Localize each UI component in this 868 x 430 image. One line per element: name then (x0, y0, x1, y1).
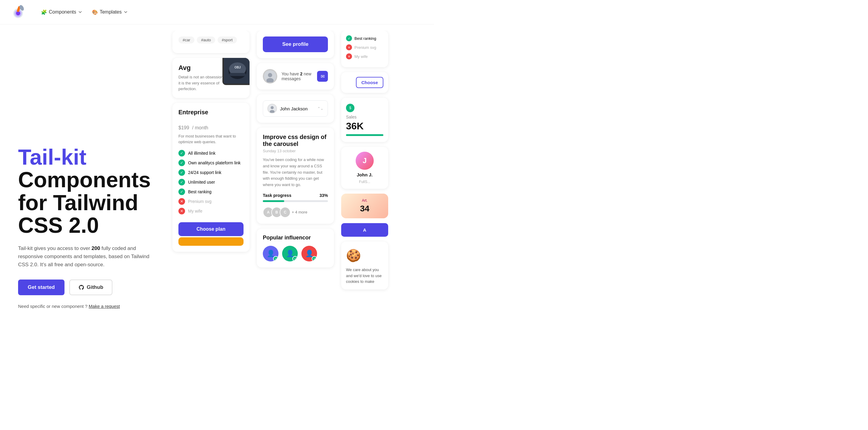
sales-card: $ Sales 36K (341, 98, 388, 142)
message-avatar (263, 69, 277, 84)
sales-value: 36K (346, 121, 383, 132)
panels-area: #car #auto #sport Avg Detail is not an o… (169, 24, 434, 430)
see-profile-button[interactable]: See profile (263, 36, 328, 52)
pricing-card: Entreprise $199 / month For most busines… (173, 103, 250, 252)
user-avatar-small (267, 104, 277, 113)
influencer-2-badge: ✓ (292, 256, 298, 261)
john-role: FullS... (359, 180, 370, 184)
task-card: Improve css design of the carousel Sunda… (257, 127, 334, 224)
github-button[interactable]: Github (69, 280, 113, 295)
svg-text:OBJ: OBJ (235, 66, 241, 69)
cross-icon-2: ✕ (179, 208, 185, 214)
popular-section-title: Popular influencor (263, 235, 328, 241)
main-layout: Tail-kit Componentsfor Tailwind CSS 2.0 … (0, 24, 434, 430)
progress-row: Task progress 33% (263, 193, 328, 198)
check-icon-3: ✓ (179, 169, 185, 176)
best-ranking-item: ✓ Best ranking (346, 35, 383, 41)
cross-icon-1: ✕ (179, 198, 185, 205)
hero-title: Tail-kit Componentsfor Tailwind CSS 2.0 (18, 146, 151, 237)
sales-bar (346, 134, 383, 136)
best-ranking-card: ✓ Best ranking ✕ Prenium svg ✕ My wife (341, 30, 388, 67)
chevron-icon: ⌃⌄ (317, 107, 323, 111)
feature-6: ✕ Prenium svg (179, 198, 244, 205)
john-card: J John J. FullS... (341, 147, 388, 189)
orange-cta-button[interactable] (179, 237, 244, 246)
tag-auto[interactable]: #auto (197, 36, 215, 44)
user-name: John Jackson (280, 106, 314, 111)
chevron-down-icon-2 (124, 10, 128, 14)
premium-svg-item: ✕ Prenium svg (346, 44, 383, 50)
hero-buttons: Get started Github (18, 280, 151, 295)
influencer-2[interactable]: 👤 ✓ (282, 246, 298, 261)
choose-partial-button[interactable]: Choose (356, 77, 383, 88)
github-icon (79, 284, 84, 290)
puzzle-icon: 🧩 (41, 9, 47, 15)
feature-1: ✓ All illimited link (179, 150, 244, 156)
choose-plan-button[interactable]: Choose plan (179, 222, 244, 236)
choose-partial-card: Choose (341, 72, 388, 93)
panel-col-pricing: #car #auto #sport Avg Detail is not an o… (169, 30, 253, 424)
check-icon-1: ✓ (179, 150, 185, 156)
hero-section: Tail-kit Componentsfor Tailwind CSS 2.0 … (0, 24, 169, 430)
user-select-card: John Jackson ⌃⌄ (257, 94, 334, 123)
influencer-1[interactable]: 👤 ✓ (263, 246, 278, 261)
feature-3: ✓ 24/24 support link (179, 169, 244, 176)
tag-car[interactable]: #car (179, 36, 194, 44)
progress-pct: 33% (319, 193, 328, 198)
sales-label: Sales (346, 115, 383, 119)
svg-point-11 (268, 73, 272, 77)
hero-title-blue: Tail-kit (18, 145, 87, 169)
panel-col-right: ✓ Best ranking ✕ Prenium svg ✕ My wife C… (338, 30, 392, 424)
user-select-row[interactable]: John Jackson ⌃⌄ (263, 101, 328, 117)
avatar-group: A B C + 4 more (263, 207, 328, 218)
tags-row: #car #auto #sport (179, 36, 244, 44)
check-icon-2: ✓ (179, 160, 185, 166)
navbar: 🧩 Components 🎨 Templates (0, 0, 434, 24)
avg-card: Avg Detail is not an obsession, it is th… (173, 58, 250, 98)
panel-col-profile: See profile You have 2 new messages ✉ (253, 30, 338, 424)
progress-bar-fill (263, 200, 284, 202)
check-icon-5: ✓ (179, 189, 185, 195)
task-title: Improve css design of the carousel (263, 134, 328, 147)
cross-premium: ✕ (346, 44, 352, 50)
influencer-3[interactable]: 👤 ✓ (301, 246, 317, 261)
check-icon-4: ✓ (179, 179, 185, 185)
get-started-button[interactable]: Get started (18, 280, 64, 295)
cookie-card: 🍪 We care about you and we'd love to use… (341, 241, 388, 289)
tags-card: #car #auto #sport (173, 30, 250, 53)
pricing-tier: Entreprise (179, 109, 244, 116)
popular-card: Popular influencor 👤 ✓ 👤 ✓ 👤 ✓ (257, 229, 334, 267)
svg-point-14 (271, 106, 274, 109)
my-wife-item: ✕ My wife (346, 53, 383, 59)
nav-templates[interactable]: 🎨 Templates (87, 7, 133, 18)
influencer-1-badge: ✓ (273, 256, 278, 261)
mail-icon: ✉ (317, 71, 328, 82)
hero-subtitle: Tail-kit gives you access to over 200 fu… (18, 244, 151, 269)
john-name: John J. (357, 172, 373, 177)
pricing-price: $199 / month (179, 119, 244, 132)
pricing-desc: For most businesses that want to optimiz… (179, 133, 244, 145)
avg-text: Detail is not an obsession, it is the ve… (179, 74, 227, 92)
check-best: ✓ (346, 35, 352, 41)
purple-action-button[interactable]: A (341, 223, 388, 237)
influencer-3-badge: ✓ (312, 256, 317, 261)
nav-components[interactable]: 🧩 Components (36, 7, 87, 18)
progress-label: Task progress (263, 193, 291, 198)
tag-sport[interactable]: #sport (218, 36, 237, 44)
make-request-link[interactable]: Make a request (89, 304, 120, 309)
feature-4: ✓ Unlimited user (179, 179, 244, 185)
john-avatar: J (355, 152, 374, 170)
art-label: Art. (362, 198, 368, 203)
avatar-3: C (280, 207, 290, 218)
influencer-row: 👤 ✓ 👤 ✓ 👤 ✓ (263, 246, 328, 261)
art-card: Art. 34 (341, 194, 388, 218)
cookie-icon: 🍪 (346, 246, 383, 264)
palette-icon: 🎨 (92, 9, 98, 15)
avg-image: OBJ (222, 58, 250, 85)
svg-rect-8 (229, 73, 246, 76)
task-description: You've been coding for a while now and k… (263, 157, 328, 188)
hero-cta: Need specific or new component ? Make a … (18, 304, 151, 309)
feature-5: ✓ Best ranking (179, 189, 244, 195)
logo (12, 5, 27, 19)
message-card: You have 2 new messages ✉ (257, 63, 334, 90)
